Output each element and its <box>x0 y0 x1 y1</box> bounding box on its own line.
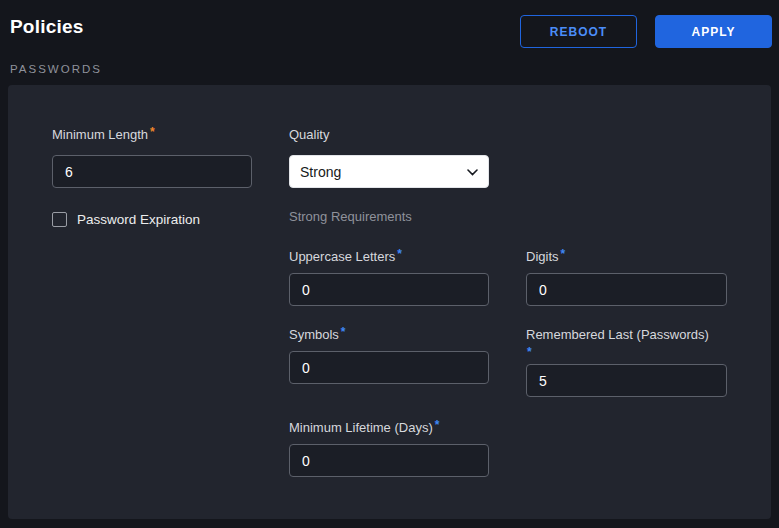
symbols-label-text: Symbols <box>289 327 339 342</box>
password-expiration-label: Password Expiration <box>77 212 200 227</box>
policies-screen: Policies REBOOT APPLY PASSWORDS Minimum … <box>0 0 779 528</box>
required-mark-icon: * <box>561 249 566 259</box>
symbols-input[interactable] <box>289 351 489 384</box>
digits-label-text: Digits <box>526 249 559 264</box>
required-mark-icon: * <box>435 420 440 430</box>
reboot-button[interactable]: REBOOT <box>520 15 637 48</box>
minimum-length-label: Minimum Length* <box>52 127 155 143</box>
strong-requirements-label: Strong Requirements <box>289 209 412 224</box>
password-expiration-row[interactable]: Password Expiration <box>52 212 200 227</box>
passwords-section-label: PASSWORDS <box>10 63 102 75</box>
required-mark-icon: * <box>527 347 731 357</box>
remembered-last-input[interactable] <box>526 364 727 397</box>
uppercase-letters-input[interactable] <box>289 273 489 306</box>
required-mark-icon: * <box>150 127 155 137</box>
quality-select-wrap: Strong <box>289 155 489 188</box>
passwords-panel: Minimum Length* Quality Strong Password … <box>8 85 771 519</box>
minimum-lifetime-label-text: Minimum Lifetime (Days) <box>289 420 433 435</box>
quality-label-text: Quality <box>289 127 329 142</box>
required-mark-icon: * <box>341 327 346 337</box>
apply-button[interactable]: APPLY <box>655 15 772 48</box>
digits-label: Digits* <box>526 249 565 265</box>
remembered-last-label-text: Remembered Last (Passwords) <box>526 327 709 342</box>
symbols-label: Symbols* <box>289 327 346 343</box>
minimum-lifetime-label: Minimum Lifetime (Days)* <box>289 420 439 436</box>
quality-label: Quality <box>289 127 329 143</box>
password-expiration-checkbox[interactable] <box>52 212 67 227</box>
remembered-last-label: Remembered Last (Passwords)* <box>526 327 731 357</box>
uppercase-letters-label: Uppercase Letters* <box>289 249 402 265</box>
page-title: Policies <box>10 16 83 38</box>
minimum-lifetime-input[interactable] <box>289 444 489 477</box>
minimum-length-label-text: Minimum Length <box>52 127 148 142</box>
required-mark-icon: * <box>397 249 402 259</box>
digits-input[interactable] <box>526 273 727 306</box>
uppercase-letters-label-text: Uppercase Letters <box>289 249 395 264</box>
quality-select[interactable]: Strong <box>289 155 489 188</box>
minimum-length-input[interactable] <box>52 155 252 188</box>
